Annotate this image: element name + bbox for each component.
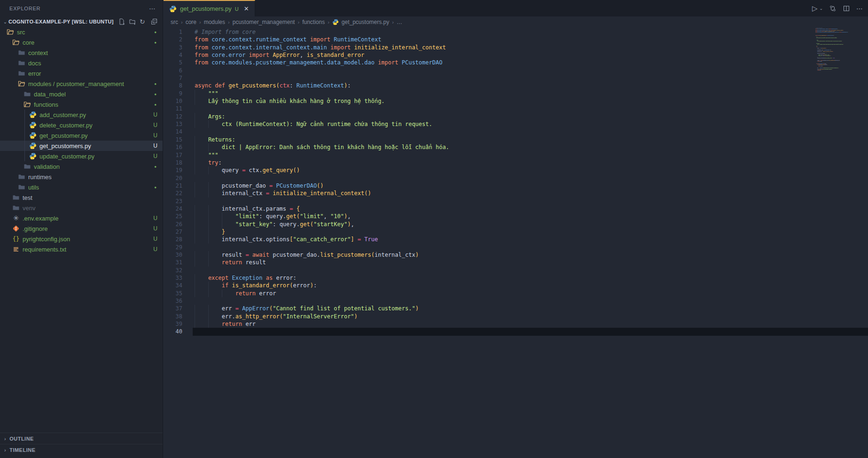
tree-item-venv[interactable]: venv <box>0 203 163 213</box>
line-number: 26 <box>164 221 182 228</box>
new-file-icon[interactable] <box>118 18 125 25</box>
code-line-25[interactable]: 25 "limit": query.get("limit", "10"), <box>164 213 868 220</box>
code-line-10[interactable]: 10 Lấy thông tin của nhiều khách hàng ở … <box>164 97 868 105</box>
breadcrumb-item[interactable]: modules <box>204 19 225 25</box>
modified-dot-badge: ● <box>154 185 156 190</box>
code-line-35[interactable]: 35 return error <box>164 290 868 297</box>
code-line-14[interactable]: 14 <box>164 128 868 135</box>
section-timeline[interactable]: ›TIMELINE <box>0 444 163 455</box>
indent-guide <box>195 305 195 312</box>
code-line-33[interactable]: 33 except Exception as error: <box>164 274 868 282</box>
code-line-12[interactable]: 12 Args: <box>164 113 868 120</box>
breadcrumb-item[interactable]: pcustomer_management <box>233 19 295 25</box>
code-line-6[interactable]: 6 <box>164 67 868 74</box>
python-icon <box>169 5 177 13</box>
indent-guide <box>208 259 209 266</box>
code-line-34[interactable]: 34 if is_standard_error(error): <box>164 282 868 289</box>
indent-guide <box>208 221 209 228</box>
code-line-28[interactable]: 28 internal_ctx.options["can_catch_error… <box>164 236 868 243</box>
project-header[interactable]: ⌄ COGNITO-EXAMPLE-PY [WSL: UBUNTU] ↻ <box>0 16 163 27</box>
tree-item-runtimes[interactable]: runtimes <box>0 172 163 182</box>
tree-item-validation[interactable]: validation● <box>0 161 163 172</box>
code-line-15[interactable]: 15 Returns: <box>164 136 868 143</box>
tree-item-docs[interactable]: docs <box>0 58 163 68</box>
breadcrumb-item[interactable]: core <box>186 19 196 25</box>
code-line-24[interactable]: 24 internal_ctx.params = { <box>164 205 868 213</box>
code-line-8[interactable]: 8async def get_pcustomers(ctx: RuntimeCo… <box>164 82 868 89</box>
code-line-20[interactable]: 20 <box>164 174 868 182</box>
code-line-3[interactable]: 3from core.context.internal_context.main… <box>164 44 868 51</box>
code-line-36[interactable]: 36 <box>164 297 868 305</box>
tree-item-error[interactable]: error <box>0 68 163 79</box>
breadcrumb-item[interactable]: src <box>171 19 178 25</box>
tree-item-data-model[interactable]: data_model● <box>0 89 163 99</box>
tree-item-test[interactable]: test <box>0 192 163 203</box>
code-line-39[interactable]: 39 return err <box>164 320 868 328</box>
minimap[interactable]: # Import from corefrom core.context.runt… <box>815 27 848 81</box>
project-name: COGNITO-EXAMPLE-PY [WSL: UBUNTU] <box>8 19 114 24</box>
code-line-40[interactable]: 40 <box>164 328 868 335</box>
open-changes-icon[interactable] <box>829 5 837 12</box>
more-actions-icon[interactable]: ⋯ <box>149 5 156 12</box>
breadcrumb-item[interactable]: functions <box>302 19 325 25</box>
tree-item-pyrightconfig-json[interactable]: {}pyrightconfig.jsonU <box>0 234 163 244</box>
code-line-17[interactable]: 17 """ <box>164 151 868 159</box>
tree-item-core[interactable]: core● <box>0 37 163 47</box>
code-line-2[interactable]: 2from core.context.runtime_context impor… <box>164 36 868 43</box>
collapse-folders-icon[interactable] <box>150 18 158 25</box>
code-line-21[interactable]: 21 pcustomer_dao = PCustomerDAO() <box>164 182 868 190</box>
code-line-29[interactable]: 29 <box>164 244 868 251</box>
section-outline[interactable]: ›OUTLINE <box>0 433 163 444</box>
code-line-38[interactable]: 38 err.as_http_error("InternalServerErro… <box>164 313 868 320</box>
line-number: 25 <box>164 213 182 220</box>
code-line-26[interactable]: 26 "start_key": query.get("startKey"), <box>164 221 868 228</box>
untracked-badge: U <box>153 215 157 221</box>
refresh-explorer-icon[interactable]: ↻ <box>140 18 147 25</box>
code-line-37[interactable]: 37 err = AppError("Cannot find list of p… <box>164 305 868 312</box>
run-icon[interactable]: ▷ <box>812 5 818 12</box>
untracked-badge: U <box>153 225 157 232</box>
editor-actions: ▷⌄⋯ <box>812 0 863 16</box>
code-line-31[interactable]: 31 return result <box>164 259 868 266</box>
code-line-27[interactable]: 27 } <box>164 228 868 236</box>
code-line-5[interactable]: 5from core.modules.pcustomer_management.… <box>164 59 868 66</box>
code-line-11[interactable]: 11 <box>164 105 868 112</box>
code-line-32[interactable]: 32 <box>164 267 868 274</box>
code-line-30[interactable]: 30 result = await pcustomer_dao.list_pcu… <box>164 251 868 259</box>
code-line-7[interactable]: 7 <box>164 74 868 82</box>
line-number: 35 <box>164 290 182 297</box>
breadcrumb-separator: › <box>199 19 201 25</box>
tree-item--gitignore[interactable]: .gitignoreU <box>0 223 163 234</box>
breadcrumb-item[interactable]: get_pcustomers.py <box>342 19 389 25</box>
split-editor-icon[interactable] <box>843 5 850 12</box>
sidebar-sections: ›OUTLINE›TIMELINE <box>0 433 163 458</box>
tab-get-pcustomers[interactable]: get_pcustomers.py U ✕ <box>164 0 255 16</box>
tree-item-context[interactable]: context <box>0 47 163 58</box>
code-line-4[interactable]: 4from core.error import AppError, is_sta… <box>164 51 868 59</box>
code-line-23[interactable]: 23 <box>164 197 868 205</box>
tree-item-functions[interactable]: functions● <box>0 99 163 110</box>
code-line-16[interactable]: 16 dict | AppError: Danh sách thông tin … <box>164 143 868 151</box>
code-line-1[interactable]: 1# Import from core <box>164 28 868 36</box>
breadcrumb-item[interactable]: … <box>397 19 402 25</box>
code-line-9[interactable]: 9 """ <box>164 90 868 97</box>
code-line-22[interactable]: 22 internal_ctx = initialize_internal_co… <box>164 190 868 197</box>
vscode-window: EXPLORER ⋯ ⌄ COGNITO-EXAMPLE-PY [WSL: UB… <box>0 0 868 458</box>
more-actions-icon[interactable]: ⋯ <box>856 5 863 12</box>
code-line-19[interactable]: 19 query = ctx.get_query() <box>164 166 868 174</box>
code-editor[interactable]: 1# Import from core2from core.context.ru… <box>164 28 868 336</box>
tree-item-src[interactable]: src● <box>0 27 163 37</box>
line-number: 10 <box>164 97 182 105</box>
modified-dot-badge: ● <box>154 165 156 169</box>
tree-item-utils[interactable]: utils● <box>0 182 163 192</box>
tree-item--env-example[interactable]: ✳.env.exampleU <box>0 213 163 223</box>
tab-label: get_pcustomers.py <box>180 5 232 12</box>
tree-item-requirements-txt[interactable]: requirements.txtU <box>0 244 163 254</box>
code-line-13[interactable]: 13 ctx (RuntimeContext): Ngữ cảnh runtim… <box>164 120 868 128</box>
tree-item-modules-pcustomer-management[interactable]: modules / pcustomer_management● <box>0 79 163 89</box>
indent-guide <box>208 251 209 259</box>
close-icon[interactable]: ✕ <box>244 5 249 12</box>
run-dropdown-icon[interactable]: ⌄ <box>819 5 823 12</box>
code-line-18[interactable]: 18 try: <box>164 159 868 166</box>
new-folder-icon[interactable] <box>129 18 136 25</box>
